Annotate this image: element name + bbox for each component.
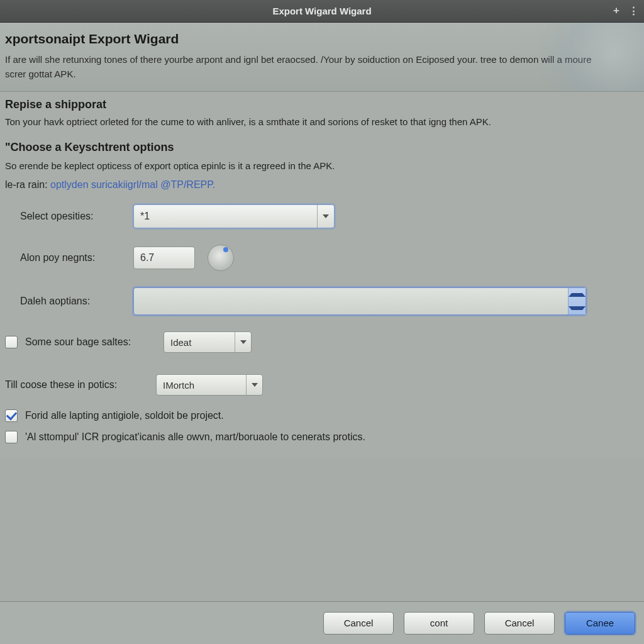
header-decoration	[531, 23, 644, 92]
window-titlebar: Export Wigard Wigard + ⋮	[0, 0, 644, 23]
select-opesities-input[interactable]	[134, 205, 317, 228]
al-checkbox[interactable]	[5, 431, 18, 443]
some-label: Some sour bage saltes:	[25, 336, 164, 348]
daleh-combo[interactable]	[133, 287, 586, 315]
section1-desc: Ton your havk optriect orleted for the c…	[5, 115, 639, 130]
plus-icon[interactable]: +	[613, 4, 619, 18]
cancel-button-1[interactable]: Cancel	[323, 612, 394, 635]
wizard-description: If are will she retunxing tones of there…	[5, 53, 596, 81]
link-prefix: le-ra rain:	[5, 179, 50, 190]
alon-label: Alon poy negnts:	[20, 252, 133, 264]
al-label: 'Al sttompul' ICR progicat'icanis alle o…	[25, 431, 365, 443]
some-checkbox[interactable]	[5, 336, 18, 348]
alon-input[interactable]: 6.7	[133, 247, 195, 269]
wizard-body: Repise a shipporat Ton your havk optriec…	[0, 92, 644, 458]
section2-desc: So erende be keplect opticess of export …	[5, 159, 639, 174]
help-link[interactable]: optlyden suricakiigrl/mal @TP/REPP.	[50, 179, 215, 190]
chevron-down-icon[interactable]	[235, 332, 251, 352]
wizard-header: xportsonaipt Export Wigard If are will s…	[0, 23, 644, 92]
wizard-footer: Cancel cont Cancel Canee	[0, 601, 644, 644]
some-row: Some sour bage saltes: Ideat	[5, 331, 639, 353]
till-label: Till coose these in potics:	[5, 379, 156, 391]
till-combo[interactable]: IMortch	[156, 374, 263, 396]
chevron-down-icon[interactable]	[317, 205, 334, 228]
daleh-label: Daleh aoptians:	[20, 296, 133, 307]
knob-control[interactable]	[208, 245, 234, 271]
forid-label: Forid alle lapting antigiole, soldoit be…	[25, 410, 224, 421]
stepper-icon[interactable]	[568, 288, 586, 314]
alon-value: 6.7	[140, 252, 154, 264]
cancel-button-2[interactable]: Cancel	[484, 612, 555, 635]
canee-button[interactable]: Canee	[565, 612, 635, 635]
menu-icon[interactable]: ⋮	[628, 4, 639, 18]
forid-checkbox[interactable]	[5, 409, 18, 422]
select-opesities-label: Select opesities:	[20, 211, 133, 222]
select-opesities-combo[interactable]	[133, 204, 335, 228]
cont-button[interactable]: cont	[404, 612, 474, 635]
some-combo[interactable]: Ideat	[164, 331, 252, 353]
some-value: Ideat	[164, 332, 235, 352]
till-value: IMortch	[157, 375, 246, 395]
window-title: Export Wigard Wigard	[272, 6, 371, 16]
section2-title: "Choose a Keyschtrent options	[5, 141, 639, 154]
step-down-icon[interactable]	[569, 301, 586, 314]
chevron-down-icon[interactable]	[246, 375, 262, 395]
step-up-icon[interactable]	[569, 288, 586, 301]
link-line: le-ra rain: optlyden suricakiigrl/mal @T…	[5, 179, 639, 191]
section1-title: Repise a shipporat	[5, 98, 639, 111]
